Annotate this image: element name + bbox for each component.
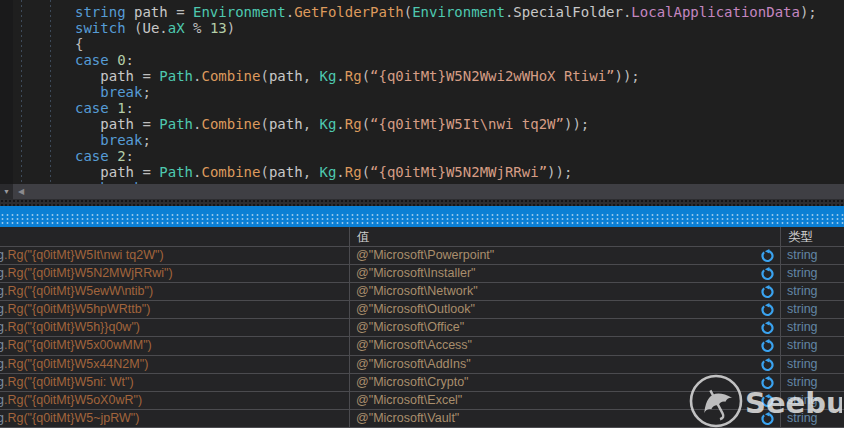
watch-value[interactable]: @"Microsoft\Vault" xyxy=(356,410,756,427)
table-header: 值 类型 xyxy=(0,227,844,247)
window-background-strip xyxy=(0,199,844,206)
breakpoint-gutter[interactable] xyxy=(0,0,13,184)
watch-row[interactable]: g.Rg("{q0itMt}W5x00wMM") @"Microsoft\Acc… xyxy=(0,337,844,355)
watch-value[interactable]: @"Microsoft\Crypto" xyxy=(356,374,756,391)
watch-row[interactable]: g.Rg("{q0itMt}W5hpWRttb") @"Microsoft\Ou… xyxy=(0,301,844,319)
watch-type: string xyxy=(787,319,818,336)
code-line: path = Path.Combine(path, Kg.Rg(“{q0itMt… xyxy=(75,164,817,180)
watch-row[interactable]: g.Rg("{q0itMt}W5ewW\ntib") @"Microsoft\N… xyxy=(0,283,844,301)
code-editor[interactable]: string path = Environment.GetFolderPath(… xyxy=(0,0,844,184)
refresh-icon[interactable] xyxy=(761,285,775,299)
watch-type: string xyxy=(787,337,818,354)
code-line: case 1: xyxy=(75,100,817,116)
watch-value[interactable]: @"Microsoft\Office" xyxy=(356,319,756,336)
code-line: path = Path.Combine(path, Kg.Rg(“{q0itMt… xyxy=(75,116,817,132)
refresh-icon[interactable] xyxy=(761,394,775,408)
watch-expression[interactable]: g.Rg("{q0itMt}W5ewW\ntib") xyxy=(0,283,345,300)
watch-expression[interactable]: g.Rg("{q0itMt}W5x00wMM") xyxy=(0,337,345,354)
app-window: string path = Environment.GetFolderPath(… xyxy=(0,0,844,428)
watch-value[interactable]: @"Microsoft\Outlook" xyxy=(356,301,756,318)
refresh-icon[interactable] xyxy=(761,339,775,353)
title-bar-dot-texture xyxy=(0,213,844,225)
watch-panel: 值 类型 g.Rg("{q0itMt}W5It\nwi tq2W") @"Mic… xyxy=(0,227,844,428)
watch-row[interactable]: g.Rg("{q0itMt}W5x44N2M") @"Microsoft\Add… xyxy=(0,356,844,374)
indent-guide xyxy=(50,0,51,184)
code-line: break; xyxy=(75,132,817,148)
watch-expression[interactable]: g.Rg("{q0itMt}W5N2MWjRRwi") xyxy=(0,265,345,282)
watch-type: string xyxy=(787,247,818,264)
watch-expression[interactable]: g.Rg("{q0itMt}W5oX0wR") xyxy=(0,392,345,409)
horizontal-scrollbar[interactable]: ▼ ◀ xyxy=(0,184,844,199)
indent-guide xyxy=(21,0,22,184)
watch-row[interactable]: g.Rg("{q0itMt}W5N2MWjRRwi") @"Microsoft\… xyxy=(0,265,844,283)
watch-expression[interactable]: g.Rg("{q0itMt}W5h}}q0w") xyxy=(0,319,345,336)
watch-expression[interactable]: g.Rg("{q0itMt}W5x44N2M") xyxy=(0,356,345,373)
refresh-icon[interactable] xyxy=(761,412,775,426)
watch-type: string xyxy=(787,392,818,409)
column-header-type[interactable]: 类型 xyxy=(788,227,813,247)
refresh-icon[interactable] xyxy=(761,303,775,317)
splitter-dropdown-icon[interactable]: ▼ xyxy=(0,184,13,199)
refresh-icon[interactable] xyxy=(761,376,775,390)
refresh-icon[interactable] xyxy=(761,321,775,335)
watch-expression[interactable]: g.Rg("{q0itMt}W5ni: Wt") xyxy=(0,374,345,391)
watch-row[interactable]: g.Rg("{q0itMt}W5oX0wR") @"Microsoft\Exce… xyxy=(0,392,844,410)
code-line: { xyxy=(75,36,817,52)
code-line: case 0: xyxy=(75,52,817,68)
refresh-icon[interactable] xyxy=(761,249,775,263)
watch-value[interactable]: @"Microsoft\Excel" xyxy=(356,392,756,409)
watch-expression[interactable]: g.Rg("{q0itMt}W5hpWRttb") xyxy=(0,301,345,318)
code-line: case 2: xyxy=(75,148,817,164)
scroll-left-icon[interactable]: ◀ xyxy=(13,184,29,199)
code-text[interactable]: string path = Environment.GetFolderPath(… xyxy=(75,4,817,184)
watch-value[interactable]: @"Microsoft\Network" xyxy=(356,283,756,300)
watch-expression[interactable]: g.Rg("{q0itMt}W5It\nwi tq2W") xyxy=(0,247,345,264)
watch-value[interactable]: @"Microsoft\Installer" xyxy=(356,265,756,282)
watch-type: string xyxy=(787,410,818,427)
column-header-value[interactable]: 值 xyxy=(357,227,370,247)
panel-title-bar[interactable] xyxy=(0,206,844,227)
watch-rows: g.Rg("{q0itMt}W5It\nwi tq2W") @"Microsof… xyxy=(0,247,844,428)
watch-row[interactable]: g.Rg("{q0itMt}W5~jpRW") @"Microsoft\Vaul… xyxy=(0,410,844,428)
watch-expression[interactable]: g.Rg("{q0itMt}W5~jpRW") xyxy=(0,410,345,427)
watch-type: string xyxy=(787,283,818,300)
watch-type: string xyxy=(787,265,818,282)
refresh-icon[interactable] xyxy=(761,358,775,372)
watch-value[interactable]: @"Microsoft\Powerpoint" xyxy=(356,247,756,264)
code-line: path = Path.Combine(path, Kg.Rg(“{q0itMt… xyxy=(75,68,817,84)
watch-row[interactable]: g.Rg("{q0itMt}W5ni: Wt") @"Microsoft\Cry… xyxy=(0,374,844,392)
watch-type: string xyxy=(787,356,818,373)
watch-value[interactable]: @"Microsoft\AddIns" xyxy=(356,356,756,373)
code-line: switch (Ue.aX % 13) xyxy=(75,20,817,36)
watch-type: string xyxy=(787,301,818,318)
watch-type: string xyxy=(787,374,818,391)
watch-row[interactable]: g.Rg("{q0itMt}W5It\nwi tq2W") @"Microsof… xyxy=(0,247,844,265)
watch-row[interactable]: g.Rg("{q0itMt}W5h}}q0w") @"Microsoft\Off… xyxy=(0,319,844,337)
code-line: break; xyxy=(75,84,817,100)
code-line: string path = Environment.GetFolderPath(… xyxy=(75,4,817,20)
refresh-icon[interactable] xyxy=(761,267,775,281)
watch-value[interactable]: @"Microsoft\Access" xyxy=(356,337,756,354)
